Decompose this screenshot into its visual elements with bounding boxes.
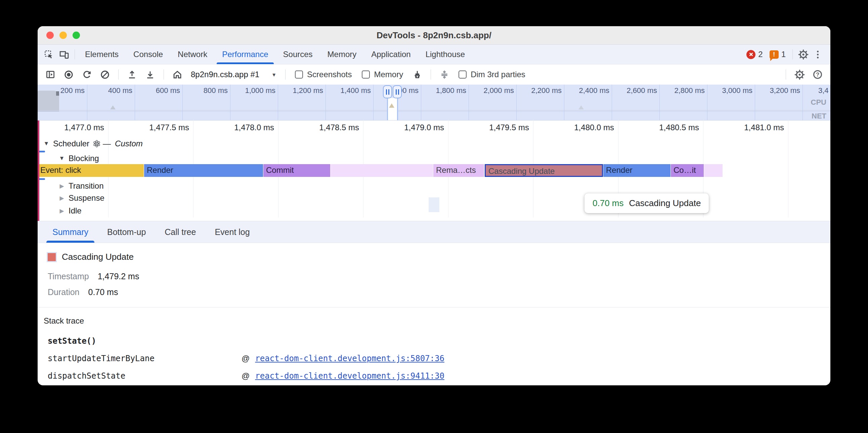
ruler-tick-label: 1,477.5 ms (149, 123, 189, 132)
svg-text:?: ? (816, 71, 819, 78)
history-select-value: 8p2n9n.csb.app #1 (191, 70, 259, 79)
flame-bar-event-click[interactable]: Event: click (38, 164, 144, 177)
ruler-tick-label: 1,480.0 ms (574, 123, 614, 132)
track-group-label: Transition (68, 181, 103, 191)
tab-application[interactable]: Application (364, 45, 418, 64)
tab-network[interactable]: Network (170, 45, 215, 64)
flame-bar-untitled[interactable] (704, 164, 722, 177)
flame-bar-untitled[interactable] (331, 164, 433, 177)
overview-tick: 2,800 ms (660, 85, 707, 120)
tooltip-duration: 0.70 ms (593, 198, 624, 208)
tab-elements[interactable]: Elements (78, 45, 126, 64)
frame-source-link[interactable]: react-dom-client.development.js:5807:36 (255, 354, 444, 363)
frame-source-link[interactable]: react-dom-client.development.js:9411:30 (255, 371, 444, 380)
details-tab-bottom-up[interactable]: Bottom-up (100, 221, 153, 243)
timeline-overview[interactable]: 200 ms400 ms600 ms800 ms1,000 ms1,200 ms… (38, 85, 830, 121)
tab-sources[interactable]: Sources (276, 45, 320, 64)
download-profile-icon[interactable] (143, 67, 158, 82)
help-icon[interactable]: ? (810, 67, 825, 82)
details-tab-call-tree[interactable]: Call tree (158, 221, 203, 243)
tab-lighthouse[interactable]: Lighthouse (418, 45, 472, 64)
flame-bar-commit[interactable]: Commit (264, 164, 330, 177)
flame-bar-co-it[interactable]: Co…it (671, 164, 704, 177)
record-icon[interactable] (61, 67, 76, 82)
tab-performance[interactable]: Performance (215, 45, 275, 64)
more-options-icon[interactable] (811, 48, 824, 61)
track-group-transition[interactable]: ▶Transition (55, 180, 103, 192)
capture-settings-gear-icon[interactable] (792, 67, 807, 82)
error-count: 2 (758, 50, 763, 59)
flame-bar-cascading-update[interactable]: Cascading Update (485, 164, 603, 177)
selection-left-handle[interactable] (383, 85, 392, 98)
stack-trace-title: Stack trace (44, 316, 820, 326)
track-group-idle[interactable]: ▶Idle (55, 205, 82, 216)
inspect-element-icon[interactable] (41, 47, 56, 62)
stack-frames: startUpdateTimerByLane@react-dom-client.… (48, 354, 820, 385)
traffic-lights (46, 26, 80, 44)
issues-badge-icon[interactable]: ! (770, 51, 779, 59)
status-badges: 2 ! 1 (746, 50, 790, 59)
memory-label: Memory (374, 70, 403, 79)
dim-3rd-parties-checkbox[interactable]: Dim 3rd parties (459, 70, 525, 79)
track-group-suspense[interactable]: ▶Suspense (55, 192, 104, 204)
divider (163, 69, 164, 79)
details-tab-event-log[interactable]: Event log (208, 221, 256, 243)
checkbox-box (362, 70, 370, 78)
device-toolbar-icon[interactable] (56, 47, 72, 62)
garbage-collect-brush-icon[interactable] (410, 67, 425, 82)
ruler-tick-label: 1,479.0 ms (404, 123, 444, 132)
screenshots-checkbox[interactable]: Screenshots (295, 70, 352, 79)
reload-record-icon[interactable] (79, 67, 94, 82)
flame-bar-rema-cts[interactable]: Rema…cts (433, 164, 484, 177)
track-group-label: Idle (68, 206, 82, 215)
ruler-tick-label: 1,480.5 ms (659, 123, 699, 132)
blocking-lane-events: Event: clickRenderCommitRema…ctsCascadin… (38, 164, 830, 177)
summary-panel: Cascading Update Timestamp1,479.2 msDura… (38, 243, 830, 385)
close-window-button[interactable] (46, 32, 54, 39)
details-tab-summary[interactable]: Summary (46, 221, 95, 243)
overview-tick: 3,000 ms (707, 85, 755, 120)
tab-console[interactable]: Console (126, 45, 170, 64)
devtools-tab-bar: ElementsConsoleNetworkPerformanceSources… (38, 45, 830, 64)
ruler-tick-label: 1,478.5 ms (319, 123, 359, 132)
selection-marker-triangle (389, 103, 394, 108)
devtools-window: DevTools - 8p2n9n.csb.app/ ElementsConso… (38, 26, 830, 385)
track-scheduler-header[interactable]: ▼ Scheduler — Custom (40, 138, 143, 149)
home-icon[interactable] (170, 67, 185, 82)
checkbox-box (459, 70, 467, 78)
title-bar: DevTools - 8p2n9n.csb.app/ (38, 26, 830, 45)
track-group-blocking[interactable]: ▼Blocking (55, 153, 99, 164)
settings-gear-icon[interactable] (796, 47, 811, 62)
memory-checkbox[interactable]: Memory (362, 70, 403, 79)
selection-window[interactable] (387, 98, 398, 120)
toggle-sidebar-icon[interactable] (43, 67, 58, 82)
event-legend: Cascading Update (48, 252, 820, 262)
divider (431, 69, 431, 79)
event-info-rows: Timestamp1,479.2 msDuration0.70 ms (48, 271, 820, 297)
clear-icon[interactable] (97, 67, 112, 82)
stack-root-function: setState() (48, 336, 820, 346)
flame-chart[interactable]: ▼ Scheduler — Custom ▼Blocking▶Transitio… (38, 135, 830, 221)
tooltip-name: Cascading Update (629, 198, 701, 208)
expand-triangle-icon: ▶ (55, 195, 68, 202)
chevron-down-icon: ▼ (271, 72, 276, 77)
error-badge-icon[interactable] (746, 50, 755, 59)
collapse-triangle-icon: ▼ (40, 140, 53, 147)
screenshots-label: Screenshots (307, 70, 352, 79)
event-tooltip: 0.70 ms Cascading Update (585, 193, 709, 213)
minimize-window-button[interactable] (59, 32, 67, 39)
stack-frame-dispatchsetstate: dispatchSetState@react-dom-client.develo… (48, 371, 820, 380)
upload-profile-icon[interactable] (125, 67, 140, 82)
divider (786, 69, 786, 79)
flame-bar-render[interactable]: Render (603, 164, 671, 177)
collapse-tracks-icon[interactable] (437, 67, 452, 82)
flame-bar-render[interactable]: Render (144, 164, 263, 177)
window-title: DevTools - 8p2n9n.csb.app/ (377, 30, 491, 41)
tab-memory[interactable]: Memory (320, 45, 364, 64)
history-select[interactable]: 8p2n9n.csb.app #1 ▼ (191, 70, 276, 79)
react-atom-icon (93, 140, 101, 148)
divider (793, 49, 793, 59)
expand-triangle-icon: ▶ (55, 182, 68, 190)
selection-right-handle[interactable] (393, 85, 402, 98)
maximize-window-button[interactable] (72, 32, 80, 39)
